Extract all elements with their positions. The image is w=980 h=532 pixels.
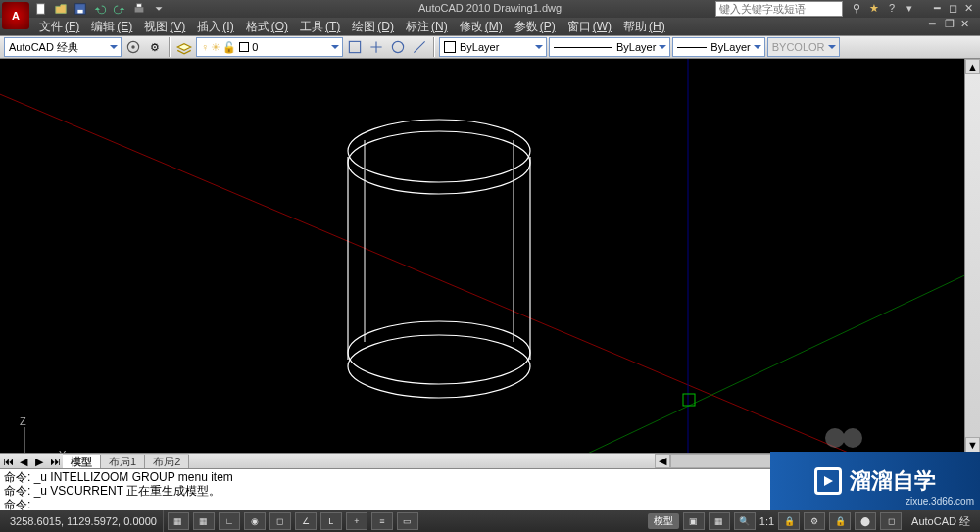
scroll-up-icon[interactable]: ▲ (965, 59, 980, 74)
quickview-layouts-icon[interactable]: ▣ (683, 512, 705, 530)
info-dropdown-icon[interactable]: ▾ (902, 0, 917, 16)
scroll-down-icon[interactable]: ▼ (965, 437, 980, 453)
menu-insert[interactable]: 插入(I) (191, 19, 239, 35)
maximize-icon[interactable]: ◻ (945, 0, 960, 16)
tab-first-icon[interactable]: ⏮ (0, 454, 16, 468)
ws-switch-icon[interactable]: ⚙ (804, 512, 825, 530)
qp-toggle[interactable]: ▭ (397, 512, 418, 530)
help-icon[interactable]: ? (884, 0, 900, 16)
open-icon[interactable] (53, 1, 69, 17)
subscription-icon[interactable]: ★ (866, 0, 882, 16)
osnap-toggle[interactable]: ◻ (270, 512, 291, 530)
menu-window[interactable]: 窗口(W) (562, 19, 617, 35)
tab-prev-icon[interactable]: ◀ (16, 454, 31, 468)
svg-point-16 (348, 335, 530, 398)
coords-readout: 3258.6015, 1129.5972, 0.0000 (4, 510, 164, 532)
snap-toggle[interactable]: ▦ (168, 512, 189, 530)
toolbar-lock-icon[interactable]: 🔒 (829, 512, 851, 530)
svg-point-13 (348, 120, 530, 182)
menu-param[interactable]: 参数(P) (509, 19, 562, 35)
tab-next-icon[interactable]: ▶ (31, 454, 47, 468)
status-bar: 3258.6015, 1129.5972, 0.0000 ▦ ▦ ∟ ◉ ◻ ∠… (0, 510, 980, 532)
doc-minimize-icon[interactable]: ━ (929, 18, 945, 30)
svg-rect-4 (136, 4, 141, 8)
workspace-label: AutoCAD 经典 (9, 40, 78, 55)
menu-tools[interactable]: 工具(T) (294, 19, 346, 35)
layer-tool1-icon[interactable] (345, 37, 365, 57)
workspace-gear-icon[interactable]: ⚙ (145, 37, 165, 57)
tab-last-icon[interactable]: ⏭ (47, 454, 63, 468)
bulb-icon: ♀ (201, 41, 209, 53)
layer-name: 0 (252, 41, 258, 53)
close-icon[interactable]: ✕ (960, 0, 976, 16)
layer-color-swatch (239, 42, 249, 52)
tab-model[interactable]: 模型 (63, 455, 101, 469)
menu-view[interactable]: 视图(V) (138, 19, 191, 35)
ducs-toggle[interactable]: L (320, 512, 342, 530)
menu-modify[interactable]: 修改(M) (454, 19, 509, 35)
svg-line-11 (490, 245, 980, 468)
redo-icon[interactable] (112, 1, 127, 17)
layer-tool4-icon[interactable] (410, 37, 429, 57)
menu-draw[interactable]: 绘图(D) (346, 19, 400, 35)
svg-rect-7 (349, 41, 360, 52)
watermark-overlay: 溜溜自学 zixue.3d66.com (770, 452, 980, 510)
dyn-toggle[interactable]: + (346, 512, 368, 530)
layer-dropdown[interactable]: ♀ ☀ 🔓 0 (196, 37, 343, 57)
menu-file[interactable]: 文件(F) (33, 19, 85, 35)
quickview-drawings-icon[interactable]: ▦ (709, 512, 730, 530)
search-go-icon[interactable]: ⚲ (849, 0, 864, 16)
hscroll-left-icon[interactable]: ◀ (655, 454, 670, 468)
hardware-accel-icon[interactable]: ⬤ (855, 512, 876, 530)
svg-point-14 (348, 131, 530, 194)
tab-layout1[interactable]: 布局1 (101, 455, 145, 469)
sun-icon: ☀ (211, 41, 220, 54)
svg-rect-3 (135, 7, 144, 12)
vertical-scrollbar[interactable]: ▲ ▼ (964, 59, 980, 453)
layer-tool2-icon[interactable] (367, 37, 386, 57)
tab-layout2[interactable]: 布局2 (145, 455, 189, 469)
new-icon[interactable] (33, 1, 49, 17)
svg-rect-0 (37, 4, 45, 15)
menu-format[interactable]: 格式(O) (240, 19, 294, 35)
doc-close-icon[interactable]: ✕ (960, 18, 976, 30)
doc-restore-icon[interactable]: ❐ (945, 18, 960, 30)
search-input[interactable] (715, 1, 843, 17)
title-bar-text: AutoCAD 2010 Drawing1.dwg (418, 2, 562, 14)
svg-line-9 (0, 73, 980, 468)
annoscale-lock-icon[interactable]: 🔒 (778, 512, 800, 530)
bycolor-dropdown[interactable]: BYCOLOR (767, 37, 840, 57)
annoscale-icon[interactable]: 🔍 (734, 512, 756, 530)
workspace-dropdown[interactable]: AutoCAD 经典 (4, 37, 122, 57)
toolbar-row: AutoCAD 经典 ⚙ ♀ ☀ 🔓 0 ByLayer ByLayer ByL… (0, 35, 980, 59)
menu-dimension[interactable]: 标注(N) (400, 19, 454, 35)
isolate-icon[interactable]: ◻ (880, 512, 902, 530)
lineweight-dropdown[interactable]: ByLayer (672, 37, 764, 57)
workspace-status: AutoCAD 经 (906, 514, 976, 529)
workspace-settings-icon[interactable] (123, 37, 143, 57)
lwt-toggle[interactable]: ≡ (371, 512, 393, 530)
drawing-canvas (0, 59, 980, 468)
layer-props-icon[interactable] (174, 37, 194, 57)
drawing-viewport[interactable]: Z X Y ▲ ▼ ⏮ ◀ ▶ ⏭ 模型 布局1 布局2 ◀ ▶ (0, 59, 980, 468)
menu-edit[interactable]: 编辑(E) (85, 19, 138, 35)
play-icon (814, 467, 842, 495)
color-label: ByLayer (460, 41, 499, 53)
linetype-dropdown[interactable]: ByLayer (549, 37, 670, 57)
grid-toggle[interactable]: ▦ (193, 512, 215, 530)
polar-toggle[interactable]: ◉ (244, 512, 266, 530)
svg-point-8 (392, 41, 403, 52)
minimize-icon[interactable]: ━ (929, 0, 945, 16)
otrack-toggle[interactable]: ∠ (295, 512, 317, 530)
print-icon[interactable] (131, 1, 147, 17)
color-dropdown[interactable]: ByLayer (439, 37, 547, 57)
annoscale-value[interactable]: 1:1 (760, 515, 774, 527)
layer-tool3-icon[interactable] (388, 37, 408, 57)
space-badge[interactable]: 模型 (648, 513, 679, 529)
save-icon[interactable] (73, 1, 88, 17)
qat-dropdown-icon[interactable] (151, 1, 167, 17)
menu-help[interactable]: 帮助(H) (617, 19, 671, 35)
undo-icon[interactable] (92, 1, 108, 17)
app-logo[interactable]: A (2, 2, 29, 29)
ortho-toggle[interactable]: ∟ (219, 512, 240, 530)
